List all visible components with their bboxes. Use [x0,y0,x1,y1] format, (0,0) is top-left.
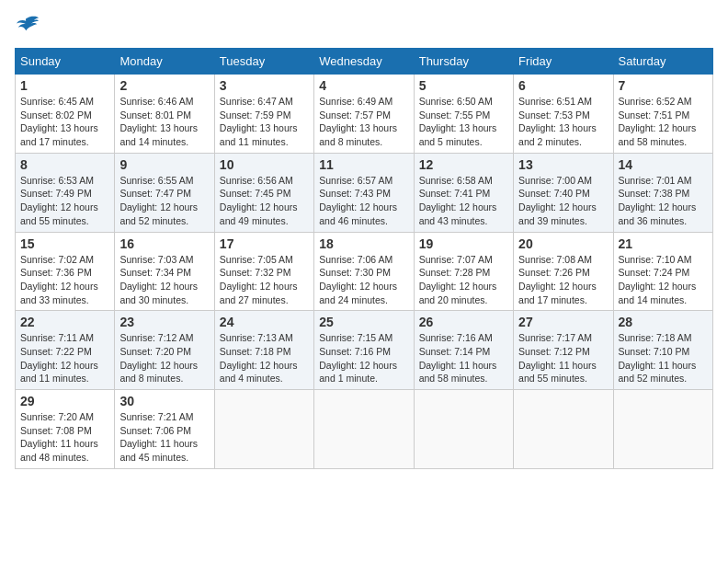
calendar-day-header: Friday [514,49,613,75]
day-info: Sunrise: 6:52 AMSunset: 7:51 PMDaylight:… [619,95,708,149]
calendar-cell: 15Sunrise: 7:02 AMSunset: 7:36 PMDayligh… [16,232,115,311]
day-number: 5 [419,78,508,93]
day-number: 14 [619,157,708,172]
calendar-day-header: Thursday [414,49,513,75]
day-info: Sunrise: 7:05 AMSunset: 7:32 PMDaylight:… [220,253,309,307]
calendar-week-row: 8Sunrise: 6:53 AMSunset: 7:49 PMDaylight… [16,153,713,232]
day-number: 29 [20,394,109,408]
day-number: 28 [619,315,708,329]
day-number: 12 [419,157,508,172]
day-info: Sunrise: 7:13 AMSunset: 7:18 PMDaylight:… [220,331,309,385]
day-info: Sunrise: 6:46 AMSunset: 8:01 PMDaylight:… [119,95,209,149]
calendar-cell: 30Sunrise: 7:21 AMSunset: 7:06 PMDayligh… [115,390,214,469]
day-info: Sunrise: 7:00 AMSunset: 7:40 PMDaylight:… [518,174,608,228]
calendar-cell: 20Sunrise: 7:08 AMSunset: 7:26 PMDayligh… [514,232,613,311]
day-info: Sunrise: 7:07 AMSunset: 7:28 PMDaylight:… [419,253,508,307]
day-info: Sunrise: 7:11 AMSunset: 7:22 PMDaylight:… [20,331,109,385]
logo-bird-icon [15,15,40,37]
day-number: 21 [619,236,708,251]
day-info: Sunrise: 7:02 AMSunset: 7:36 PMDaylight:… [20,253,109,307]
day-number: 9 [119,157,209,172]
calendar-day-header: Monday [115,49,214,75]
day-number: 10 [220,157,309,172]
calendar-cell: 27Sunrise: 7:17 AMSunset: 7:12 PMDayligh… [514,311,613,390]
day-info: Sunrise: 7:10 AMSunset: 7:24 PMDaylight:… [619,253,708,307]
calendar-cell: 7Sunrise: 6:52 AMSunset: 7:51 PMDaylight… [613,75,712,154]
calendar-cell: 21Sunrise: 7:10 AMSunset: 7:24 PMDayligh… [613,232,712,311]
day-number: 11 [319,157,408,172]
day-number: 8 [20,157,109,172]
calendar-cell: 6Sunrise: 6:51 AMSunset: 7:53 PMDaylight… [514,75,613,154]
day-info: Sunrise: 7:12 AMSunset: 7:20 PMDaylight:… [119,331,209,385]
day-number: 20 [518,236,608,251]
calendar-day-header: Wednesday [314,49,414,75]
day-info: Sunrise: 6:56 AMSunset: 7:45 PMDaylight:… [220,174,309,228]
calendar-cell: 8Sunrise: 6:53 AMSunset: 7:49 PMDaylight… [16,153,115,232]
day-info: Sunrise: 7:20 AMSunset: 7:08 PMDaylight:… [20,410,109,465]
calendar-week-row: 15Sunrise: 7:02 AMSunset: 7:36 PMDayligh… [16,232,713,311]
calendar-cell: 1Sunrise: 6:45 AMSunset: 8:02 PMDaylight… [16,75,115,154]
day-info: Sunrise: 6:47 AMSunset: 7:59 PMDaylight:… [220,95,309,149]
day-number: 17 [220,236,309,251]
calendar-cell: 14Sunrise: 7:01 AMSunset: 7:38 PMDayligh… [613,153,712,232]
calendar-header-row: SundayMondayTuesdayWednesdayThursdayFrid… [16,49,713,75]
day-number: 1 [20,78,109,93]
calendar-cell: 13Sunrise: 7:00 AMSunset: 7:40 PMDayligh… [514,153,613,232]
calendar-cell [414,390,513,469]
calendar-cell: 23Sunrise: 7:12 AMSunset: 7:20 PMDayligh… [115,311,214,390]
calendar-cell: 2Sunrise: 6:46 AMSunset: 8:01 PMDaylight… [115,75,214,154]
day-number: 23 [119,315,209,329]
calendar-cell [613,390,712,469]
day-number: 26 [419,315,508,329]
calendar-table: SundayMondayTuesdayWednesdayThursdayFrid… [15,48,713,469]
calendar-day-header: Saturday [613,49,712,75]
page-header [15,15,713,37]
day-info: Sunrise: 7:21 AMSunset: 7:06 PMDaylight:… [119,410,209,465]
day-info: Sunrise: 7:06 AMSunset: 7:30 PMDaylight:… [319,253,408,307]
day-number: 13 [518,157,608,172]
calendar-cell: 4Sunrise: 6:49 AMSunset: 7:57 PMDaylight… [314,75,414,154]
calendar-cell: 3Sunrise: 6:47 AMSunset: 7:59 PMDaylight… [214,75,313,154]
day-number: 2 [119,78,209,93]
calendar-day-header: Sunday [16,49,115,75]
day-info: Sunrise: 7:17 AMSunset: 7:12 PMDaylight:… [518,331,608,385]
day-info: Sunrise: 6:50 AMSunset: 7:55 PMDaylight:… [419,95,508,149]
day-info: Sunrise: 6:49 AMSunset: 7:57 PMDaylight:… [319,95,408,149]
day-info: Sunrise: 6:53 AMSunset: 7:49 PMDaylight:… [20,174,109,228]
day-number: 3 [220,78,309,93]
day-info: Sunrise: 7:16 AMSunset: 7:14 PMDaylight:… [419,331,508,385]
day-number: 25 [319,315,408,329]
day-info: Sunrise: 7:18 AMSunset: 7:10 PMDaylight:… [619,331,708,385]
logo [15,15,44,37]
day-number: 30 [119,394,209,408]
calendar-cell: 26Sunrise: 7:16 AMSunset: 7:14 PMDayligh… [414,311,513,390]
calendar-cell: 11Sunrise: 6:57 AMSunset: 7:43 PMDayligh… [314,153,414,232]
calendar-cell: 28Sunrise: 7:18 AMSunset: 7:10 PMDayligh… [613,311,712,390]
calendar-week-row: 1Sunrise: 6:45 AMSunset: 8:02 PMDaylight… [16,75,713,154]
calendar-cell [514,390,613,469]
calendar-cell: 12Sunrise: 6:58 AMSunset: 7:41 PMDayligh… [414,153,513,232]
day-number: 4 [319,78,408,93]
day-info: Sunrise: 6:58 AMSunset: 7:41 PMDaylight:… [419,174,508,228]
day-info: Sunrise: 6:45 AMSunset: 8:02 PMDaylight:… [20,95,109,149]
day-number: 27 [518,315,608,329]
calendar-cell: 19Sunrise: 7:07 AMSunset: 7:28 PMDayligh… [414,232,513,311]
calendar-cell: 29Sunrise: 7:20 AMSunset: 7:08 PMDayligh… [16,390,115,469]
day-number: 15 [20,236,109,251]
day-number: 24 [220,315,309,329]
calendar-cell: 25Sunrise: 7:15 AMSunset: 7:16 PMDayligh… [314,311,414,390]
day-info: Sunrise: 7:01 AMSunset: 7:38 PMDaylight:… [619,174,708,228]
day-number: 7 [619,78,708,93]
day-number: 6 [518,78,608,93]
calendar-cell: 24Sunrise: 7:13 AMSunset: 7:18 PMDayligh… [214,311,313,390]
day-info: Sunrise: 7:08 AMSunset: 7:26 PMDaylight:… [518,253,608,307]
day-number: 19 [419,236,508,251]
calendar-cell: 9Sunrise: 6:55 AMSunset: 7:47 PMDaylight… [115,153,214,232]
calendar-week-row: 22Sunrise: 7:11 AMSunset: 7:22 PMDayligh… [16,311,713,390]
calendar-cell: 5Sunrise: 6:50 AMSunset: 7:55 PMDaylight… [414,75,513,154]
day-info: Sunrise: 6:57 AMSunset: 7:43 PMDaylight:… [319,174,408,228]
calendar-cell: 17Sunrise: 7:05 AMSunset: 7:32 PMDayligh… [214,232,313,311]
calendar-cell: 22Sunrise: 7:11 AMSunset: 7:22 PMDayligh… [16,311,115,390]
calendar-week-row: 29Sunrise: 7:20 AMSunset: 7:08 PMDayligh… [16,390,713,469]
day-info: Sunrise: 7:15 AMSunset: 7:16 PMDaylight:… [319,331,408,385]
